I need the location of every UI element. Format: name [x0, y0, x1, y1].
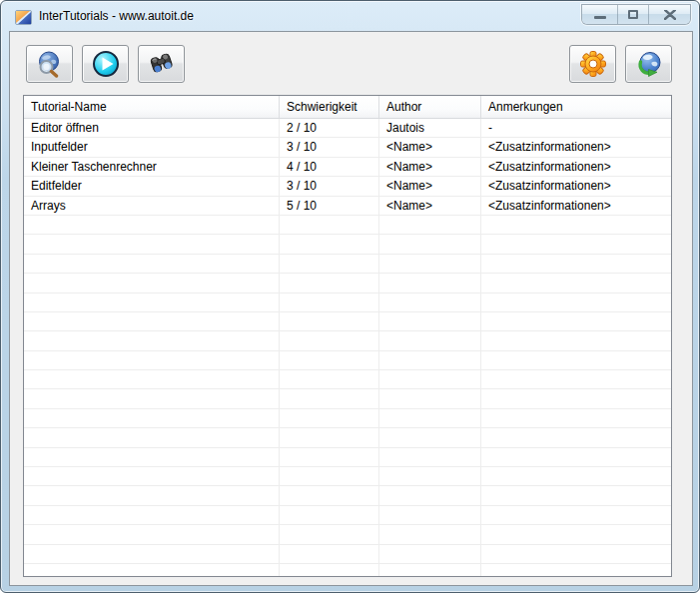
- cell: [24, 255, 280, 273]
- maximize-button[interactable]: [618, 5, 649, 24]
- cell: [24, 467, 280, 485]
- cell: [280, 525, 379, 543]
- cell: [280, 409, 379, 427]
- column-header-author[interactable]: Author: [379, 96, 481, 118]
- column-header-tutorial-name[interactable]: Tutorial-Name: [24, 96, 280, 118]
- cell: [379, 216, 481, 234]
- app-window: InterTutorials - www.autoit.de: [0, 0, 700, 593]
- cell: [24, 312, 280, 330]
- table-row-empty: [24, 312, 671, 331]
- cell: [280, 331, 379, 349]
- table-row-empty: [24, 467, 671, 486]
- cell: [379, 274, 481, 292]
- cell: [379, 486, 481, 504]
- cell: [24, 409, 280, 427]
- cell: [379, 312, 481, 330]
- gear-icon: [579, 50, 607, 78]
- minimize-button[interactable]: [582, 5, 618, 24]
- cell: Inputfelder: [24, 138, 280, 156]
- close-button[interactable]: [649, 5, 690, 24]
- cell: [379, 351, 481, 369]
- table-row[interactable]: Editfelder3 / 10<Name><Zusatzinformation…: [24, 177, 671, 196]
- cell: [481, 216, 671, 234]
- cell: -: [481, 119, 671, 137]
- globe-refresh-icon: [635, 50, 663, 78]
- titlebar[interactable]: InterTutorials - www.autoit.de: [1, 1, 699, 31]
- table-row-empty: [24, 564, 671, 577]
- cell: [481, 274, 671, 292]
- cell: [379, 564, 481, 577]
- cell: Jautois: [379, 119, 481, 137]
- cell: [280, 545, 379, 563]
- cell: [481, 448, 671, 466]
- cell: [379, 409, 481, 427]
- cell: 3 / 10: [280, 177, 379, 195]
- cell: [379, 389, 481, 407]
- cell: [24, 274, 280, 292]
- cell: [481, 294, 671, 311]
- cell: <Name>: [379, 158, 481, 176]
- table-row[interactable]: Inputfelder3 / 10<Name><Zusatzinformatio…: [24, 138, 671, 157]
- cell: <Zusatzinformationen>: [481, 138, 671, 156]
- cell: [379, 331, 481, 349]
- cell: 2 / 10: [280, 119, 379, 137]
- table-row[interactable]: Kleiner Taschenrechner4 / 10<Name><Zusat…: [24, 158, 671, 177]
- cell: <Name>: [379, 138, 481, 156]
- table-row[interactable]: Editor öffnen2 / 10Jautois-: [24, 119, 671, 138]
- client-area: Tutorial-Name Schwierigkeit Author Anmer…: [9, 31, 693, 586]
- column-header-schwierigkeit[interactable]: Schwierigkeit: [280, 96, 379, 118]
- cell: [280, 216, 379, 234]
- cell: [24, 370, 280, 388]
- cell: [379, 428, 481, 446]
- cell: [24, 331, 280, 349]
- cell: [379, 545, 481, 563]
- cell: [481, 389, 671, 407]
- cell: [24, 525, 280, 543]
- cell: [280, 486, 379, 504]
- cell: [481, 235, 671, 253]
- cell: <Name>: [379, 177, 481, 195]
- table-row-empty: [24, 331, 671, 350]
- cell: Editor öffnen: [24, 119, 280, 137]
- cell: [280, 235, 379, 253]
- column-header-anmerkungen[interactable]: Anmerkungen: [481, 96, 671, 118]
- cell: [280, 312, 379, 330]
- cell: [24, 351, 280, 369]
- cell: [481, 545, 671, 563]
- cell: [481, 525, 671, 543]
- cell: [24, 506, 280, 524]
- close-icon: [664, 10, 676, 20]
- globe-magnifier-icon: [36, 50, 64, 78]
- search-web-button[interactable]: [26, 45, 73, 83]
- cell: Editfelder: [24, 177, 280, 195]
- cell: [481, 370, 671, 388]
- cell: [481, 564, 671, 577]
- table-row[interactable]: Arrays5 / 10<Name><Zusatzinformationen>: [24, 197, 671, 216]
- maximize-icon: [628, 10, 638, 19]
- table-body: Editor öffnen2 / 10Jautois-Inputfelder3 …: [24, 119, 671, 577]
- cell: [379, 294, 481, 311]
- cell: Kleiner Taschenrechner: [24, 158, 280, 176]
- cell: [24, 545, 280, 563]
- cell: [24, 448, 280, 466]
- binoculars-icon: [148, 50, 176, 78]
- table-row-empty: [24, 294, 671, 312]
- cell: [481, 331, 671, 349]
- cell: [280, 564, 379, 577]
- find-button[interactable]: [138, 45, 185, 83]
- table-row-empty: [24, 545, 671, 564]
- cell: [280, 370, 379, 388]
- play-icon: [92, 50, 120, 78]
- cell: [481, 486, 671, 504]
- cell: [24, 564, 280, 577]
- cell: [379, 525, 481, 543]
- table-row-empty: [24, 255, 671, 274]
- cell: [24, 428, 280, 446]
- start-button[interactable]: [82, 45, 129, 83]
- cell: [379, 467, 481, 485]
- cell: [481, 312, 671, 330]
- update-button[interactable]: [625, 45, 672, 83]
- cell: [481, 409, 671, 427]
- cell: Arrays: [24, 197, 280, 215]
- settings-button[interactable]: [569, 45, 616, 83]
